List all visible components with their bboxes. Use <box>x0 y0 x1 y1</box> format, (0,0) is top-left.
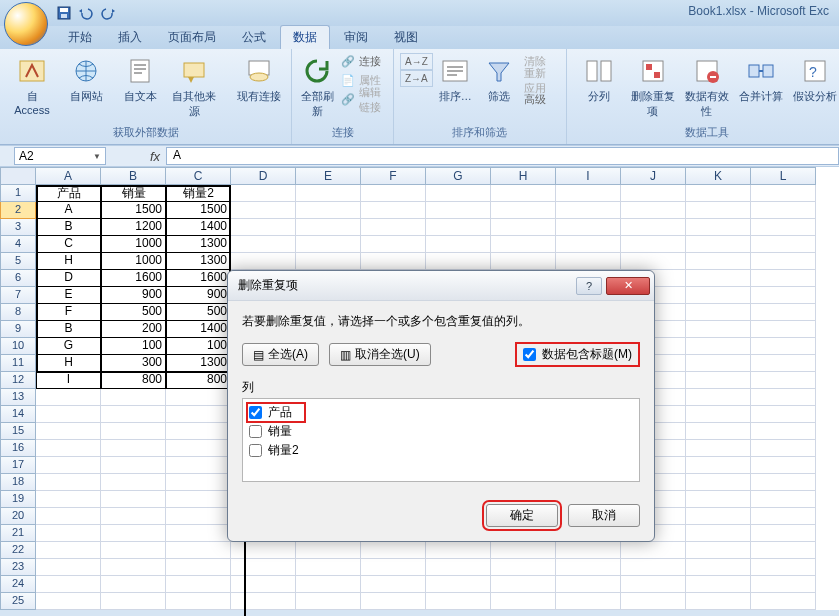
cell[interactable] <box>621 576 686 593</box>
tab-home[interactable]: 开始 <box>56 26 104 49</box>
ok-button[interactable]: 确定 <box>486 504 558 527</box>
cell[interactable] <box>361 576 426 593</box>
cell[interactable] <box>751 389 816 406</box>
cell[interactable] <box>491 236 556 253</box>
cell[interactable] <box>491 219 556 236</box>
cell[interactable]: 800 <box>166 372 231 389</box>
cell[interactable] <box>166 440 231 457</box>
cell[interactable]: 1500 <box>101 202 166 219</box>
cell[interactable] <box>686 389 751 406</box>
cell[interactable]: 1600 <box>166 270 231 287</box>
cell[interactable]: 销量 <box>101 185 166 202</box>
cell[interactable] <box>36 576 101 593</box>
row-header[interactable]: 13 <box>0 389 36 406</box>
cell[interactable] <box>686 542 751 559</box>
cell[interactable] <box>166 423 231 440</box>
cell[interactable] <box>491 185 556 202</box>
cell[interactable] <box>751 355 816 372</box>
cell[interactable] <box>751 253 816 270</box>
cell[interactable] <box>231 185 296 202</box>
column-item-sales2[interactable]: 销量2 <box>247 441 635 460</box>
cell[interactable]: 1500 <box>166 202 231 219</box>
data-has-headers-checkbox[interactable]: 数据包含标题(M) <box>515 342 640 367</box>
cell[interactable] <box>686 406 751 423</box>
row-header[interactable]: 10 <box>0 338 36 355</box>
row-header[interactable]: 22 <box>0 542 36 559</box>
cell[interactable] <box>686 355 751 372</box>
cell[interactable] <box>686 270 751 287</box>
cell[interactable] <box>361 253 426 270</box>
cell[interactable]: 产品 <box>36 185 101 202</box>
cell[interactable] <box>751 236 816 253</box>
cell[interactable]: F <box>36 304 101 321</box>
cell[interactable] <box>556 185 621 202</box>
from-other-button[interactable]: 自其他来源 <box>168 53 220 121</box>
cell[interactable]: 900 <box>101 287 166 304</box>
cell[interactable] <box>101 491 166 508</box>
cell[interactable] <box>426 219 491 236</box>
fx-label[interactable]: fx <box>106 149 166 164</box>
cell[interactable] <box>751 219 816 236</box>
cell[interactable] <box>231 593 296 610</box>
cell[interactable] <box>751 525 816 542</box>
cell[interactable]: 100 <box>166 338 231 355</box>
sort-button[interactable]: 排序… <box>435 53 476 106</box>
cell[interactable] <box>686 423 751 440</box>
cell[interactable] <box>36 491 101 508</box>
cell[interactable] <box>686 525 751 542</box>
sort-az-button[interactable]: A→Z <box>400 53 433 70</box>
unselect-all-button[interactable]: ▥取消全选(U) <box>329 343 431 366</box>
cell[interactable] <box>686 236 751 253</box>
cell[interactable]: A <box>36 202 101 219</box>
cell[interactable] <box>686 576 751 593</box>
row-header[interactable]: 5 <box>0 253 36 270</box>
cell[interactable]: E <box>36 287 101 304</box>
cell[interactable] <box>101 389 166 406</box>
columns-listbox[interactable]: 产品 销量 销量2 <box>242 398 640 482</box>
cell[interactable] <box>296 542 361 559</box>
cell[interactable] <box>751 406 816 423</box>
cell[interactable] <box>751 576 816 593</box>
tab-data[interactable]: 数据 <box>280 25 330 49</box>
formula-input[interactable]: A <box>166 147 839 165</box>
cell[interactable]: 100 <box>101 338 166 355</box>
row-header[interactable]: 17 <box>0 457 36 474</box>
dialog-titlebar[interactable]: 删除重复项 ? ✕ <box>228 271 654 301</box>
cell[interactable] <box>296 236 361 253</box>
cell[interactable] <box>296 219 361 236</box>
cell[interactable] <box>621 185 686 202</box>
cell[interactable]: D <box>36 270 101 287</box>
cell[interactable] <box>36 508 101 525</box>
cell[interactable] <box>166 559 231 576</box>
cell[interactable] <box>686 508 751 525</box>
column-header[interactable]: B <box>101 167 166 185</box>
remove-duplicates-button[interactable]: 删除重复项 <box>627 53 679 121</box>
row-header[interactable]: 18 <box>0 474 36 491</box>
cell[interactable] <box>426 253 491 270</box>
cell[interactable] <box>166 542 231 559</box>
reapply-button[interactable]: 重新应用 <box>521 72 560 89</box>
row-header[interactable]: 21 <box>0 525 36 542</box>
cell[interactable] <box>361 185 426 202</box>
cell[interactable] <box>296 593 361 610</box>
office-button[interactable] <box>4 2 48 46</box>
cell[interactable] <box>36 457 101 474</box>
cell[interactable] <box>101 593 166 610</box>
cell[interactable] <box>751 202 816 219</box>
cell[interactable] <box>166 457 231 474</box>
cell[interactable] <box>751 474 816 491</box>
tab-review[interactable]: 审阅 <box>332 26 380 49</box>
cell[interactable] <box>556 542 621 559</box>
column-header[interactable]: I <box>556 167 621 185</box>
cell[interactable] <box>751 559 816 576</box>
cell[interactable] <box>36 474 101 491</box>
tab-formulas[interactable]: 公式 <box>230 26 278 49</box>
cell[interactable] <box>556 202 621 219</box>
cell[interactable] <box>686 321 751 338</box>
cell[interactable]: 500 <box>101 304 166 321</box>
row-header[interactable]: 8 <box>0 304 36 321</box>
cell[interactable]: 500 <box>166 304 231 321</box>
filter-button[interactable]: 筛选 <box>478 53 519 106</box>
cell[interactable]: 300 <box>101 355 166 372</box>
cell[interactable]: B <box>36 219 101 236</box>
